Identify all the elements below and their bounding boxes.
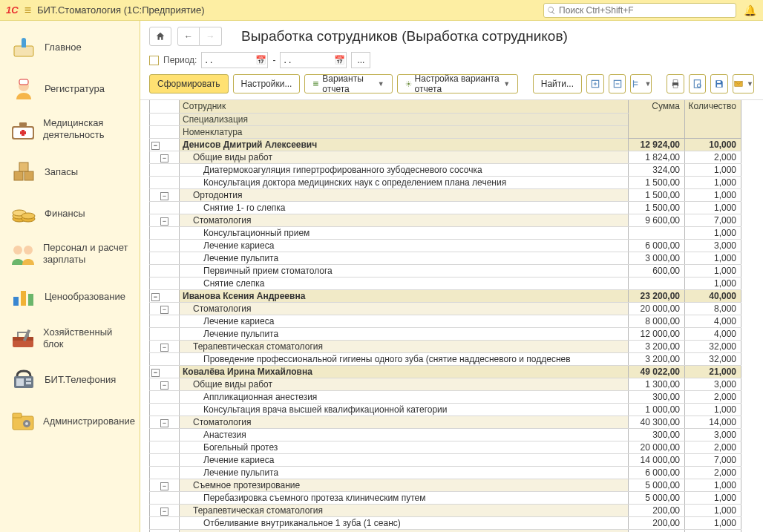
period-picker-button[interactable]: ... [351, 52, 370, 68]
table-row[interactable]: −Общие виды работ1 824,002,000 [150, 151, 741, 163]
sidebar-item-registry[interactable]: Регистратура [0, 68, 140, 110]
chevron-down-icon: ▼ [747, 80, 753, 88]
sidebar-item-main[interactable]: Главное [0, 27, 140, 68]
row-sum: 200,00 [629, 516, 685, 529]
sidebar-item-pricing[interactable]: Ценообразование [0, 276, 140, 318]
tree-toggle[interactable]: − [160, 154, 168, 162]
table-row[interactable]: Консультационный прием1,000 [150, 226, 741, 239]
row-sum: 5 000,00 [629, 479, 685, 491]
table-row[interactable]: Богельный протез20 000,002,000 [150, 441, 741, 453]
table-row[interactable]: Отбеливание внутриканальное 1 зуба (1 се… [150, 516, 741, 529]
variant-config-button[interactable]: Настройка варианта отчета▼ [397, 74, 518, 93]
table-row[interactable]: Первичный прием стоматолога600,001,000 [150, 264, 741, 277]
tree-toggle[interactable]: − [160, 419, 168, 427]
tree-toggle[interactable]: − [160, 482, 168, 490]
calendar-icon[interactable]: 📅 [254, 55, 267, 65]
report-variants-button[interactable]: Варианты отчета▼ [304, 74, 392, 93]
home-button[interactable] [149, 27, 171, 46]
table-row[interactable]: Лечение кариеса8 000,004,000 [150, 315, 741, 327]
print-button[interactable] [667, 74, 684, 93]
table-row[interactable]: −Ортодонтия1 500,001,000 [150, 188, 741, 201]
table-row[interactable]: Аппликационная анестезия300,002,000 [150, 390, 741, 403]
svg-rect-9 [19, 122, 27, 126]
table-row[interactable]: −Терапевтическая стоматология3 200,0032,… [150, 340, 741, 352]
tree-toggle[interactable]: − [160, 508, 168, 516]
table-row[interactable]: −Стоматология40 300,0014,000 [150, 416, 741, 428]
sidebar-item-household[interactable]: Хозяйственный блок [0, 318, 140, 359]
sidebar-item-admin[interactable]: Администрирование [0, 401, 140, 442]
tree-toggle[interactable]: − [160, 306, 168, 314]
preview-icon [692, 79, 703, 89]
sidebar-item-stock[interactable]: Запасы [0, 151, 140, 193]
row-name: Проведение профессиональной гигиены одно… [180, 352, 629, 365]
hamburger-icon[interactable]: ≡ [24, 4, 31, 17]
row-sum: 600,00 [629, 264, 685, 277]
date-from-input[interactable]: 📅 [201, 52, 268, 68]
period-checkbox[interactable] [149, 56, 159, 65]
table-row[interactable]: Лечение кариеса14 000,007,000 [150, 453, 741, 466]
search-placeholder[interactable] [559, 5, 733, 16]
save-button[interactable] [710, 74, 728, 93]
chevron-down-icon: ▼ [378, 80, 384, 88]
forward-button[interactable]: → [200, 27, 222, 46]
find-button[interactable]: Найти... [533, 74, 582, 93]
tree-toggle[interactable]: − [160, 192, 168, 200]
table-row[interactable]: Лечение пульпита3 000,001,000 [150, 252, 741, 264]
table-row[interactable]: −Иванова Ксения Андреевна23 200,0040,000 [150, 289, 741, 302]
tree-toggle[interactable]: − [151, 369, 160, 377]
email-button[interactable]: ▼ [733, 74, 754, 93]
titlebar: 1C ≡ БИТ.Стоматология (1С:Предприятие) 🔔 [0, 0, 763, 21]
expand-button[interactable] [586, 74, 604, 93]
table-row[interactable]: Консультация врача высшей квалификационн… [150, 403, 741, 416]
row-name: Стоматология [180, 214, 629, 226]
table-row[interactable]: −Хирургическая стоматология2 222,002,000 [150, 529, 741, 532]
col-header-nomen: Номенклатура [180, 125, 629, 138]
row-qty: 4,000 [685, 327, 741, 340]
back-button[interactable]: ← [177, 27, 200, 46]
bell-icon[interactable]: 🔔 [742, 4, 757, 16]
table-row[interactable]: Диатермокоагуляция гипертрофированного з… [150, 163, 741, 176]
collapse-button[interactable] [609, 74, 626, 93]
app-title: БИТ.Стоматология (1С:Предприятие) [37, 4, 205, 16]
global-search-input[interactable] [543, 3, 736, 18]
table-row[interactable]: Лечение пульпита6 000,002,000 [150, 466, 741, 479]
row-name: Иванова Ксения Андреевна [180, 289, 629, 302]
settings-button[interactable]: Настройки... [233, 74, 301, 93]
table-row[interactable]: −Стоматология20 000,008,000 [150, 302, 741, 315]
preview-button[interactable] [689, 74, 707, 93]
tree-toggle[interactable]: − [160, 344, 168, 352]
structure-button[interactable]: ▼ [630, 74, 652, 93]
table-row[interactable]: Перебазировка съемного протеза клиническ… [150, 491, 741, 504]
row-sum: 6 000,00 [629, 239, 685, 252]
tree-toggle[interactable]: − [151, 142, 160, 150]
table-row[interactable]: −Терапевтическая стоматология200,001,000 [150, 504, 741, 516]
sidebar-item-telephony[interactable]: БИТ.Телефония [0, 359, 140, 401]
table-row[interactable]: −Ковалёва Ирина Михайловна49 022,0021,00… [150, 365, 741, 378]
table-row[interactable]: Снятие слепка1,000 [150, 277, 741, 289]
table-row[interactable]: −Стоматология9 600,007,000 [150, 214, 741, 226]
row-name: Снятие 1- го слепка [180, 201, 629, 214]
sidebar-item-hr[interactable]: Персонал и расчет зарплаты [0, 234, 140, 276]
table-row[interactable]: −Съемное протезирование5 000,001,000 [150, 479, 741, 491]
run-report-button[interactable]: Сформировать [149, 74, 229, 93]
date-to-input[interactable]: 📅 [280, 52, 347, 68]
report-area[interactable]: Сотрудник Сумма Количество Специализация… [140, 99, 763, 532]
tree-toggle[interactable]: − [151, 293, 160, 301]
tree-toggle[interactable]: − [160, 217, 168, 226]
table-row[interactable]: Проведение профессиональной гигиены одно… [150, 352, 741, 365]
table-row[interactable]: Консультация доктора медицинских наук с … [150, 176, 741, 188]
table-row[interactable]: Лечение пульпита12 000,004,000 [150, 327, 741, 340]
row-name: Терапевтическая стоматология [180, 504, 629, 516]
table-row[interactable]: −Денисов Дмитрий Алексеевич12 924,0010,0… [150, 138, 741, 151]
row-sum: 3 200,00 [629, 340, 685, 352]
sidebar-item-finance[interactable]: Финансы [0, 193, 140, 234]
tree-toggle[interactable]: − [160, 381, 168, 390]
table-row[interactable]: −Общие виды работ1 300,003,000 [150, 378, 741, 390]
table-row[interactable]: Снятие 1- го слепка1 500,001,000 [150, 201, 741, 214]
calendar-icon[interactable]: 📅 [333, 55, 346, 65]
table-row[interactable]: Анастезия300,003,000 [150, 428, 741, 441]
svg-point-37 [407, 82, 410, 85]
fax-icon [10, 367, 37, 393]
sidebar-item-medical[interactable]: Медицинская деятельность [0, 110, 140, 151]
table-row[interactable]: Лечение кариеса6 000,003,000 [150, 239, 741, 252]
